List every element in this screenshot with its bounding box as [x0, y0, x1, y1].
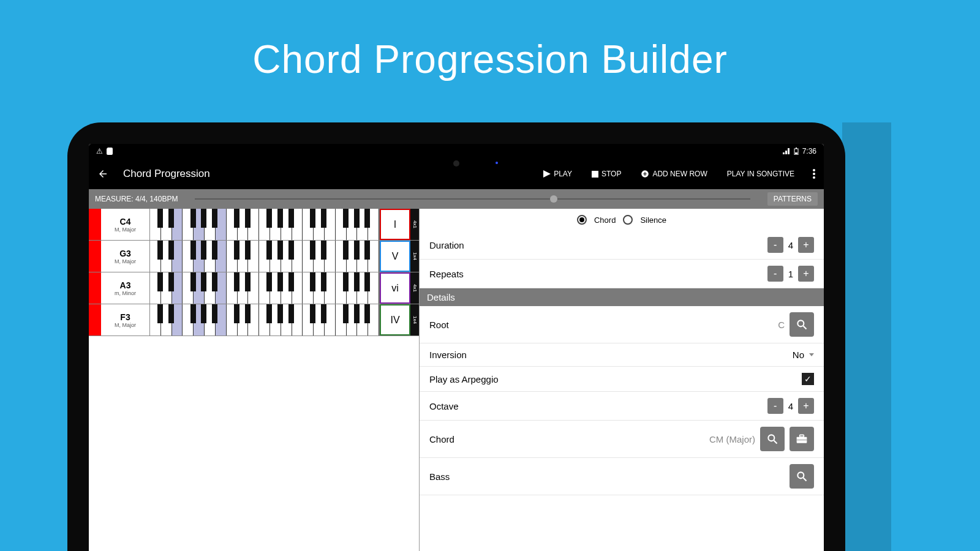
play-icon: [543, 170, 551, 178]
chord-search-button[interactable]: [760, 427, 785, 451]
dropdown-icon: [809, 353, 814, 356]
app-title: Chord Progression: [123, 168, 210, 180]
tempo-slider[interactable]: [195, 198, 750, 200]
bass-label: Bass: [429, 471, 450, 482]
chord-note: G3: [119, 249, 131, 258]
play-label: PLAY: [554, 170, 572, 178]
chord-row[interactable]: G3 M, Major V 1x4: [89, 241, 419, 272]
arpeggio-checkbox[interactable]: ✓: [802, 373, 814, 385]
root-search-button[interactable]: [790, 312, 814, 337]
chord-mode: m, Minor: [115, 290, 136, 296]
duration-plus[interactable]: +: [798, 237, 814, 253]
stop-icon: [592, 171, 598, 178]
battery-icon: [794, 148, 799, 155]
warning-icon: ⚠: [96, 147, 103, 156]
piano-keys[interactable]: [150, 209, 380, 240]
properties-panel: Chord Silence Duration - 4 + Repeats -: [420, 209, 824, 551]
octave-value: 4: [788, 401, 793, 411]
repeats-plus[interactable]: +: [798, 266, 814, 282]
drag-handle[interactable]: [89, 241, 101, 272]
roman-numeral: V: [380, 241, 410, 272]
chord-row[interactable]: C4 M, Major I 4x1: [89, 209, 419, 241]
stop-button[interactable]: STOP: [587, 170, 626, 178]
status-bar: ⚠ 7:36: [89, 144, 824, 159]
octave-plus[interactable]: +: [798, 398, 814, 414]
tablet-frame: ⚠ 7:36 Chord Progression PLAY STOP: [67, 122, 845, 551]
chord-briefcase-button[interactable]: [790, 427, 814, 451]
octave-minus[interactable]: -: [767, 398, 783, 414]
patterns-button[interactable]: PATTERNS: [767, 192, 818, 206]
piano-keys[interactable]: [150, 241, 380, 272]
details-header: Details: [420, 288, 824, 306]
chord-prop-value: CM (Major): [709, 434, 755, 444]
sd-icon: [107, 148, 113, 155]
add-row-button[interactable]: ADD NEW ROW: [636, 170, 712, 178]
svg-line-16: [804, 478, 807, 481]
repeats-row: Repeats - 1 +: [420, 260, 824, 288]
duration-row: Duration - 4 +: [420, 231, 824, 260]
add-icon: [641, 170, 649, 178]
roman-numeral: I: [380, 209, 410, 240]
size-badge: 4x1: [410, 272, 419, 304]
roman-numeral: vi: [380, 272, 410, 304]
drag-handle[interactable]: [89, 304, 101, 335]
radio-silence[interactable]: [623, 215, 633, 225]
drag-handle[interactable]: [89, 209, 101, 240]
sensor-dot: [496, 162, 498, 164]
radio-chord[interactable]: [577, 215, 587, 225]
piano-keys[interactable]: [150, 272, 380, 304]
svg-point-5: [813, 169, 815, 171]
stop-label: STOP: [601, 170, 621, 178]
svg-line-11: [774, 441, 777, 444]
size-badge: 4x1: [410, 209, 419, 240]
status-time: 7:36: [802, 147, 816, 156]
more-icon[interactable]: [809, 169, 815, 179]
inversion-row[interactable]: Inversion No: [420, 343, 824, 367]
svg-line-9: [804, 326, 807, 329]
drag-handle[interactable]: [89, 272, 101, 304]
chord-row-prop: Chord CM (Major): [420, 421, 824, 458]
play-button[interactable]: PLAY: [538, 170, 577, 178]
tablet-shadow: [842, 122, 891, 551]
bass-search-button[interactable]: [790, 464, 814, 489]
radio-silence-label: Silence: [640, 216, 666, 225]
play-songtive-button[interactable]: PLAY IN SONGTIVE: [722, 170, 799, 178]
chord-row[interactable]: F3 M, Major IV 1x4: [89, 304, 419, 336]
chord-label: C4 M, Major: [101, 209, 150, 240]
screen: ⚠ 7:36 Chord Progression PLAY STOP: [89, 144, 824, 551]
octave-row: Octave - 4 +: [420, 392, 824, 421]
slider-thumb[interactable]: [550, 195, 557, 203]
chord-label: F3 M, Major: [101, 304, 150, 335]
roman-numeral: IV: [380, 304, 410, 335]
duration-value: 4: [788, 240, 793, 250]
bass-row: Bass: [420, 458, 824, 495]
svg-point-10: [768, 435, 774, 441]
inversion-dropdown[interactable]: No: [793, 350, 814, 360]
signal-icon: [783, 148, 790, 154]
repeats-value: 1: [788, 269, 793, 279]
back-icon[interactable]: [97, 168, 108, 179]
svg-point-7: [813, 176, 815, 179]
duration-minus[interactable]: -: [767, 237, 783, 253]
root-label: Root: [429, 320, 449, 330]
root-value: C: [778, 320, 785, 330]
svg-point-15: [797, 472, 804, 478]
chord-note: A3: [120, 280, 131, 290]
measure-label: MEASURE: 4/4, 140BPM: [95, 195, 178, 203]
arpeggio-label: Play as Arpeggio: [429, 374, 499, 384]
svg-point-8: [797, 320, 804, 326]
repeats-minus[interactable]: -: [767, 266, 783, 282]
chord-label: G3 M, Major: [101, 241, 150, 272]
chord-note: F3: [120, 312, 130, 322]
chord-note: C4: [120, 217, 131, 227]
repeats-label: Repeats: [429, 269, 464, 279]
duration-label: Duration: [429, 240, 464, 250]
piano-keys[interactable]: [150, 304, 380, 335]
add-row-label: ADD NEW ROW: [652, 170, 707, 178]
svg-rect-1: [796, 148, 797, 149]
chord-mode: M, Major: [115, 322, 136, 328]
chord-prop-label: Chord: [429, 434, 454, 444]
type-radio-group: Chord Silence: [420, 209, 824, 231]
chord-row[interactable]: A3 m, Minor vi 4x1: [89, 272, 419, 304]
sub-bar: MEASURE: 4/4, 140BPM PATTERNS: [89, 189, 824, 209]
